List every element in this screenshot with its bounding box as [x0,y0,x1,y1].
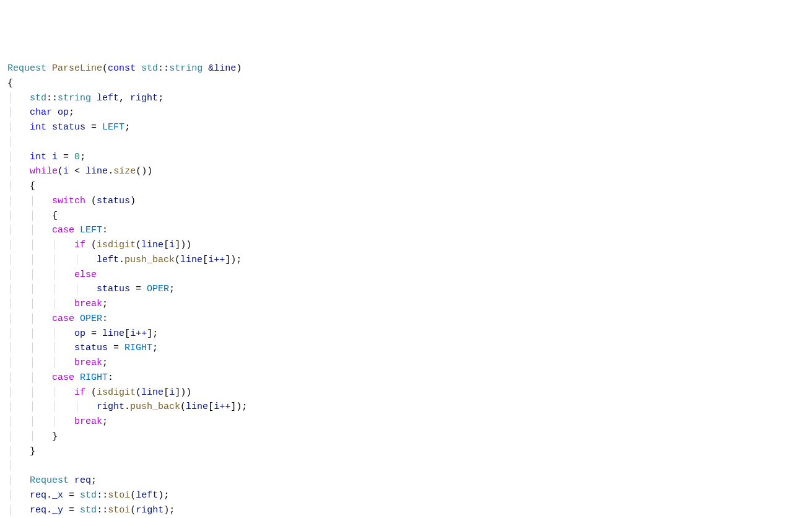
var-req: req [74,475,91,486]
type-string: string [169,63,203,74]
var-left: left [97,93,119,103]
var-i: i [52,152,58,162]
kw-switch: switch [52,196,85,206]
kw-int: int [30,152,46,162]
ident-line: line [85,166,108,177]
kw-else: else [74,270,97,280]
field-y: _y [52,505,63,516]
kw-break: break [74,299,102,309]
code-snippet: Request ParseLine(const std::string &lin… [7,61,805,518]
ns-std: std [30,93,46,103]
kw-int: int [30,122,46,133]
function-name: ParseLine [52,63,102,74]
fn-stoi: stoi [108,490,130,501]
num-zero: 0 [74,152,80,162]
enum-left: LEFT [102,122,124,133]
kw-case: case [52,225,74,235]
enum-right: RIGHT [124,343,152,353]
fn-isdigit: isdigit [97,240,136,250]
kw-const: const [108,63,136,74]
kw-while: while [30,166,58,177]
field-x: _x [52,490,63,501]
method-push-back: push_back [124,255,175,265]
return-type: Request [7,63,46,74]
var-status: status [52,122,85,133]
ns-std: std [141,63,158,74]
method-size: size [113,166,136,177]
enum-oper: OPER [147,284,169,294]
kw-char: char [30,107,52,118]
kw-if: if [74,240,85,250]
var-op: op [58,107,69,118]
var-right: right [130,93,158,103]
type-string: string [58,93,91,103]
param-line: &line [208,63,236,74]
